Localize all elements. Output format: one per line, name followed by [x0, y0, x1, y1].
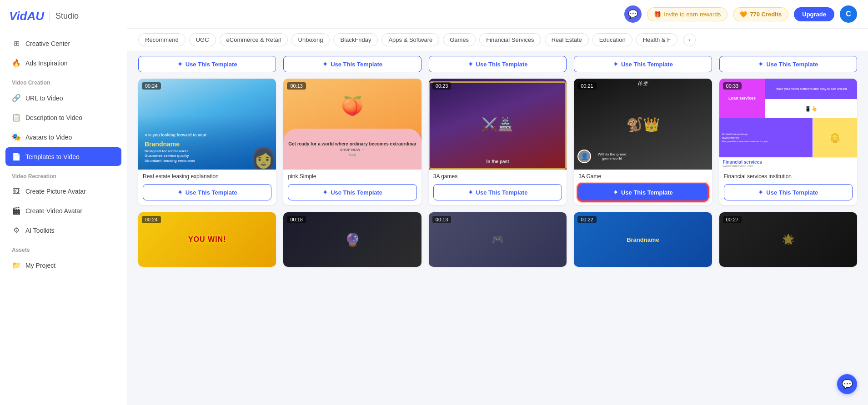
use-template-label-3a-game: Use This Template	[621, 189, 673, 196]
credits-value: 770 Credits	[750, 11, 782, 18]
sidebar-item-url-to-video[interactable]: 🔗 URL to Video	[5, 89, 121, 107]
sidebar-item-my-project[interactable]: 📁 My Project	[5, 256, 121, 275]
top-btn-wrap-5: ✦ Use This Template	[719, 56, 857, 72]
bottom-thumb-1: 00:24 YOU WIN!	[138, 212, 276, 267]
templates-grid: Are you looking forward to your Brandnam…	[138, 79, 857, 205]
top-use-template-btn-4[interactable]: ✦ Use This Template	[574, 56, 712, 72]
use-template-btn-3a-games[interactable]: ✦ Use This Template	[433, 184, 562, 200]
template-card-3a-games: ⚔️🏯 In the past 00:23 3A games ✦ Use Thi…	[429, 79, 567, 205]
cat-games[interactable]: Games	[443, 33, 476, 46]
card-duration-financial: 00:33	[723, 82, 742, 90]
cat-recommend[interactable]: Recommend	[138, 33, 186, 46]
bottom-card-4: 00:22 Brandname	[574, 212, 712, 267]
discord-icon: 💬	[628, 9, 638, 19]
use-template-label-pink-simple: Use This Template	[331, 189, 382, 196]
logo-divider	[50, 11, 50, 22]
template-card-pink-simple: 🍑 Get ready for a world where ordinary b…	[283, 79, 421, 205]
top-use-template-btn-2[interactable]: ✦ Use This Template	[283, 56, 421, 72]
section-video-recreation: Video Recreation	[5, 167, 121, 182]
spark-3a-game: ✦	[613, 189, 618, 196]
cat-unboxing[interactable]: Unboxing	[291, 33, 330, 46]
sidebar-item-templates-to-video[interactable]: 📄 Templates to Video	[5, 147, 121, 166]
top-use-template-btn-5[interactable]: ✦ Use This Template	[719, 56, 857, 72]
avatars-to-video-icon: 🎭	[12, 133, 21, 141]
top-btn-wrap-2: ✦ Use This Template	[283, 56, 421, 72]
chat-bubble-button[interactable]: 💬	[837, 374, 857, 394]
url-to-video-icon: 🔗	[12, 94, 21, 102]
credits-display: 🧡 770 Credits	[733, 7, 788, 21]
section-video-creation: Video Creation	[5, 73, 121, 89]
cat-ecommerce[interactable]: eCommerce & Retail	[220, 33, 288, 46]
invite-button[interactable]: 🎁 Invite to earn rewards	[647, 7, 728, 21]
category-next-arrow[interactable]: ›	[683, 34, 696, 46]
sidebar-item-description-to-video[interactable]: 📋 Description to Video	[5, 108, 121, 127]
use-template-btn-pink-simple[interactable]: ✦ Use This Template	[288, 184, 416, 200]
card-duration-pink-simple: 00:13	[287, 82, 306, 90]
cat-education[interactable]: Education	[592, 33, 632, 46]
create-video-avatar-icon: 🎬	[12, 206, 21, 215]
spark-icon-5: ✦	[758, 60, 763, 68]
top-btn-1-label: Use This Template	[186, 61, 237, 68]
card-btn-wrap-3a-game: ✦ Use This Template	[574, 181, 712, 205]
sidebar-item-label-url-to-video: URL to Video	[25, 95, 63, 102]
sidebar-item-ai-toolkits[interactable]: ⚙ AI Toolkits	[5, 221, 121, 240]
upgrade-button[interactable]: Upgrade	[794, 7, 834, 21]
sidebar-item-create-picture-avatar[interactable]: 🖼 Create Picture Avatar	[5, 182, 121, 200]
top-use-template-btn-1[interactable]: ✦ Use This Template	[138, 56, 276, 72]
top-row: ✦ Use This Template ✦ Use This Template …	[138, 51, 857, 77]
sidebar-nav: ⊞ Creative Center 🔥 Ads Inspiration Vide…	[0, 34, 127, 275]
invite-label: Invite to earn rewards	[664, 11, 721, 18]
use-template-label-3a-games: Use This Template	[476, 189, 528, 196]
sidebar-item-ads-inspiration[interactable]: 🔥 Ads Inspiration	[5, 54, 121, 72]
cat-ugc[interactable]: UGC	[189, 33, 216, 46]
template-card-real-estate: Are you looking forward to your Brandnam…	[138, 79, 276, 205]
creative-center-icon: ⊞	[12, 39, 21, 48]
sidebar-item-label-templates-to-video: Templates to Video	[25, 153, 80, 160]
sidebar-item-label-ads-inspiration: Ads Inspiration	[25, 60, 68, 67]
cat-financial[interactable]: Financial Services	[479, 33, 541, 46]
bottom-duration-5: 00:27	[723, 216, 742, 223]
card-duration-3a-games: 00:23	[432, 82, 452, 90]
card-title-real-estate: Real estate leasing explanation	[138, 170, 276, 181]
sidebar-item-label-creative-center: Creative Center	[25, 40, 70, 47]
card-duration-3a-game: 00:21	[577, 82, 597, 90]
card-thumb-3a-game: 🐒👑 👤 Within the grand game world 传空 00:2…	[574, 79, 712, 170]
cat-apps-software[interactable]: Apps & Software	[381, 33, 439, 46]
create-picture-avatar-icon: 🖼	[12, 187, 21, 195]
spark-icon-3: ✦	[468, 60, 473, 68]
logo-studio: Studio	[55, 11, 79, 21]
template-card-financial: Loan services Make your funds sufficient…	[719, 79, 857, 205]
gift-icon: 🎁	[654, 11, 661, 18]
cat-blackfriday[interactable]: BlackFriday	[333, 33, 378, 46]
use-template-btn-real-estate[interactable]: ✦ Use This Template	[143, 184, 271, 200]
bottom-card-2: 00:18 🔮	[283, 212, 421, 267]
card-btn-wrap-real-estate: ✦ Use This Template	[138, 181, 276, 205]
use-template-btn-financial[interactable]: ✦ Use This Template	[724, 184, 853, 200]
bottom-thumb-5: 00:27 🌟	[719, 212, 857, 267]
cat-real-estate[interactable]: Real Estate	[545, 33, 589, 46]
card-btn-wrap-pink-simple: ✦ Use This Template	[283, 181, 421, 205]
user-avatar[interactable]: C	[840, 5, 857, 23]
sidebar-item-create-video-avatar[interactable]: 🎬 Create Video Avatar	[5, 201, 121, 220]
card-title-pink-simple: pink Simple	[283, 170, 421, 181]
sidebar-item-avatars-to-video[interactable]: 🎭 Avatars to Video	[5, 128, 121, 146]
discord-button[interactable]: 💬	[624, 5, 642, 23]
template-card-3a-game: 🐒👑 👤 Within the grand game world 传空 00:2…	[574, 79, 712, 205]
card-thumb-pink-simple: 🍑 Get ready for a world where ordinary b…	[283, 79, 421, 170]
bottom-duration-2: 00:18	[287, 216, 306, 223]
top-btn-wrap-4: ✦ Use This Template	[574, 56, 712, 72]
cat-health[interactable]: Health & F	[636, 33, 677, 46]
sidebar-item-creative-center[interactable]: ⊞ Creative Center	[5, 34, 121, 53]
top-use-template-btn-3[interactable]: ✦ Use This Template	[429, 56, 567, 72]
card-btn-wrap-financial: ✦ Use This Template	[719, 181, 857, 205]
ads-inspiration-icon: 🔥	[12, 59, 21, 67]
bottom-thumb-3: 00:13 🎮	[429, 212, 567, 267]
use-template-label-real-estate: Use This Template	[186, 189, 237, 196]
spark-pink-simple: ✦	[322, 189, 328, 196]
top-btn-wrap-1: ✦ Use This Template	[138, 56, 276, 72]
main-area: 💬 🎁 Invite to earn rewards 🧡 770 Credits…	[127, 0, 868, 405]
card-thumb-real-estate: Are you looking forward to your Brandnam…	[138, 79, 276, 170]
description-to-video-icon: 📋	[12, 113, 21, 122]
sidebar-item-label-my-project: My Project	[25, 262, 55, 269]
use-template-btn-3a-game[interactable]: ✦ Use This Template	[578, 184, 707, 200]
